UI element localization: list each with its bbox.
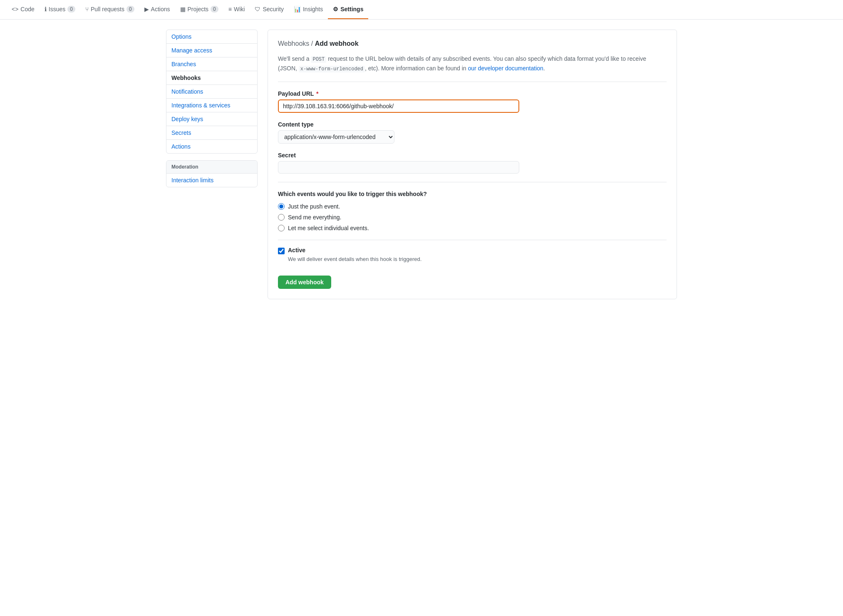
nav-issues[interactable]: ℹ Issues 0 xyxy=(40,0,80,19)
breadcrumb-current: Add webhook xyxy=(315,40,359,47)
content-type-section: Content type application/x-www-form-urle… xyxy=(278,121,667,144)
wiki-icon: ≡ xyxy=(228,6,232,12)
radio-group: Just the push event. Send me everything.… xyxy=(278,203,667,231)
sidebar-item-webhooks[interactable]: Webhooks xyxy=(166,71,257,85)
content-type-select[interactable]: application/x-www-form-urlencoded applic… xyxy=(278,130,394,144)
payload-url-input[interactable] xyxy=(278,99,519,113)
nav-wiki[interactable]: ≡ Wiki xyxy=(223,0,250,19)
security-icon: 🛡 xyxy=(255,6,260,12)
events-question: Which events would you like to trigger t… xyxy=(278,191,667,197)
secret-input[interactable] xyxy=(278,161,519,174)
page-layout: Options Manage access Branches Webhooks … xyxy=(159,30,684,299)
breadcrumb-parent[interactable]: Webhooks xyxy=(278,40,309,47)
sidebar-item-deploy-keys[interactable]: Deploy keys xyxy=(166,112,257,126)
secret-label: Secret xyxy=(278,152,667,159)
nav-pull-requests[interactable]: ⑂ Pull requests 0 xyxy=(80,0,139,19)
radio-individual[interactable]: Let me select individual events. xyxy=(278,225,667,231)
active-section: Active We will deliver event details whe… xyxy=(278,240,667,269)
pull-requests-icon: ⑂ xyxy=(85,6,89,12)
sidebar-item-notifications[interactable]: Notifications xyxy=(166,85,257,99)
active-label: Active xyxy=(288,247,305,253)
sidebar-item-branches[interactable]: Branches xyxy=(166,57,257,71)
sidebar-item-interaction-limits[interactable]: Interaction limits xyxy=(166,174,257,187)
active-checkbox[interactable] xyxy=(278,248,285,254)
nav-security[interactable]: 🛡 Security xyxy=(250,0,289,19)
active-description: We will deliver event details when this … xyxy=(288,256,667,262)
urlencoded-code: x-www-form-urlencoded xyxy=(299,66,365,72)
sidebar-item-manage-access[interactable]: Manage access xyxy=(166,44,257,57)
add-webhook-button[interactable]: Add webhook xyxy=(278,276,331,289)
nav-projects[interactable]: ▦ Projects 0 xyxy=(175,0,223,19)
sidebar: Options Manage access Branches Webhooks … xyxy=(166,30,258,299)
settings-icon: ⚙ xyxy=(333,6,338,12)
secret-section: Secret xyxy=(278,152,667,174)
sidebar-moderation-header: Moderation xyxy=(166,161,257,174)
radio-push-input[interactable] xyxy=(278,203,285,210)
sidebar-item-secrets[interactable]: Secrets xyxy=(166,126,257,140)
nav-actions[interactable]: ▶ Actions xyxy=(139,0,175,19)
top-navigation: <> Code ℹ Issues 0 ⑂ Pull requests 0 ▶ A… xyxy=(0,0,843,20)
sidebar-main-group: Options Manage access Branches Webhooks … xyxy=(166,30,258,154)
radio-push[interactable]: Just the push event. xyxy=(278,203,667,210)
developer-docs-link[interactable]: our developer documentation xyxy=(468,65,543,72)
sidebar-moderation-group: Moderation Interaction limits xyxy=(166,160,258,187)
code-icon: <> xyxy=(12,6,18,12)
nav-settings[interactable]: ⚙ Settings xyxy=(328,0,368,19)
nav-code[interactable]: <> Code xyxy=(7,0,40,19)
events-section: Which events would you like to trigger t… xyxy=(278,191,667,231)
page-description: We'll send a POST request to the URL bel… xyxy=(278,54,667,82)
radio-everything[interactable]: Send me everything. xyxy=(278,214,667,221)
breadcrumb-separator: / xyxy=(311,40,315,47)
radio-individual-input[interactable] xyxy=(278,225,285,231)
main-content: Webhooks / Add webhook We'll send a POST… xyxy=(268,30,677,299)
payload-url-wrapper xyxy=(278,99,519,113)
sidebar-item-integrations[interactable]: Integrations & services xyxy=(166,99,257,112)
breadcrumb: Webhooks / Add webhook xyxy=(278,40,667,47)
sidebar-item-actions[interactable]: Actions xyxy=(166,140,257,153)
required-star: * xyxy=(316,90,318,97)
active-row: Active xyxy=(278,247,667,254)
insights-icon: 📊 xyxy=(294,6,301,12)
issues-icon: ℹ xyxy=(45,6,47,12)
actions-icon: ▶ xyxy=(144,6,149,12)
content-type-label: Content type xyxy=(278,121,667,128)
radio-everything-input[interactable] xyxy=(278,214,285,221)
sidebar-item-options[interactable]: Options xyxy=(166,30,257,44)
projects-icon: ▦ xyxy=(180,6,186,12)
post-code: POST xyxy=(311,56,326,63)
section-divider xyxy=(278,182,667,182)
payload-url-section: Payload URL * xyxy=(278,90,667,113)
payload-url-label: Payload URL * xyxy=(278,90,667,97)
nav-insights[interactable]: 📊 Insights xyxy=(289,0,328,19)
